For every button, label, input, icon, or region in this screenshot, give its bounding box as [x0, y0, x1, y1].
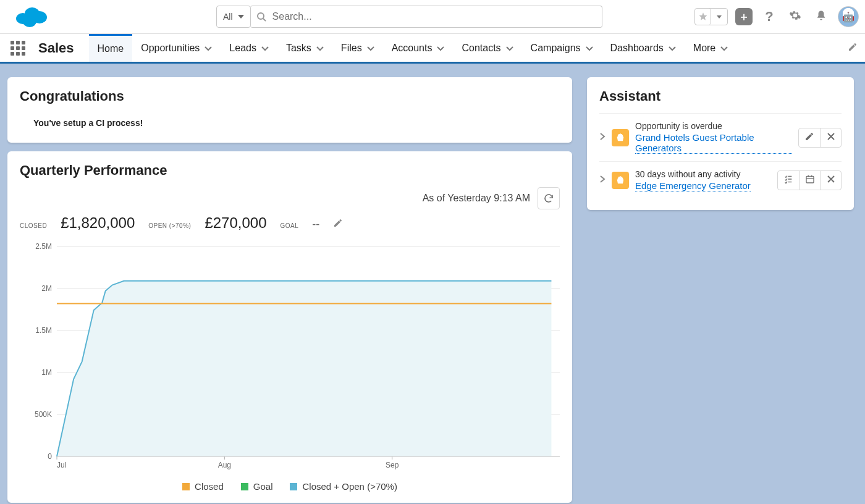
chevron-down-icon — [261, 43, 269, 54]
assistant-list: Opportunity is overdueGrand Hotels Guest… — [599, 113, 842, 199]
favorite-star-button[interactable] — [695, 9, 711, 25]
assistant-actions — [798, 128, 842, 148]
assistant-edit-button[interactable] — [799, 128, 820, 147]
global-add-button[interactable]: ＋ — [735, 8, 753, 25]
chevron-down-icon — [586, 43, 593, 54]
opportunity-icon — [612, 172, 629, 189]
legend-goal: Goal — [241, 481, 273, 492]
global-search[interactable] — [250, 6, 602, 28]
dismiss-icon — [827, 175, 835, 186]
setup-button[interactable] — [786, 7, 804, 26]
nav-tab-tasks[interactable]: Tasks — [277, 34, 332, 62]
nav-tab-campaigns[interactable]: Campaigns — [522, 34, 602, 62]
chevron-down-icon — [506, 43, 513, 54]
svg-text:500K: 500K — [35, 410, 52, 419]
svg-text:1M: 1M — [41, 368, 52, 377]
svg-rect-37 — [806, 176, 814, 183]
help-button[interactable]: ? — [760, 7, 778, 26]
congratulations-message: You've setup a CI process! — [33, 118, 560, 128]
gear-icon — [789, 9, 801, 24]
nav-tab-accounts[interactable]: Accounts — [383, 34, 454, 62]
nav-tab-label: Campaigns — [531, 43, 581, 54]
quarterly-chart: 0500K1M1.5M2M2.5MJulAugSep Closed Goal C… — [20, 240, 560, 492]
favorites-group — [694, 8, 728, 25]
svg-text:0: 0 — [48, 452, 52, 461]
nav-tab-files[interactable]: Files — [332, 34, 383, 62]
nav-tab-leads[interactable]: Leads — [221, 34, 277, 62]
nav-tabs: HomeOpportunitiesLeadsTasksFilesAccounts… — [89, 34, 737, 62]
assistant-card: Assistant Opportunity is overdueGrand Ho… — [587, 77, 854, 210]
nav-tab-label: Contacts — [462, 43, 500, 54]
assistant-link[interactable]: Edge Emergency Generator — [635, 180, 751, 191]
quarterly-title: Quarterly Performance — [20, 162, 560, 178]
chevron-down-icon — [367, 43, 374, 54]
nav-tab-label: Files — [341, 43, 362, 54]
assistant-task-button[interactable] — [778, 171, 799, 190]
refresh-button[interactable] — [538, 187, 560, 209]
svg-line-5 — [263, 19, 266, 21]
svg-point-4 — [258, 13, 264, 19]
assistant-item: Opportunity is overdueGrand Hotels Guest… — [599, 113, 842, 161]
app-navbar: Sales HomeOpportunitiesLeadsTasksFilesAc… — [0, 34, 865, 64]
nav-tab-opportunities[interactable]: Opportunities — [132, 34, 221, 62]
nav-tab-dashboards[interactable]: Dashboards — [602, 34, 685, 62]
favorite-dropdown-button[interactable] — [711, 9, 727, 25]
dismiss-icon — [827, 132, 835, 143]
chevron-down-icon — [437, 43, 444, 54]
svg-point-28 — [620, 133, 622, 135]
nav-tab-label: Dashboards — [610, 43, 664, 54]
assistant-reason: Opportunity is overdue — [635, 121, 792, 131]
bell-icon — [816, 9, 827, 24]
nav-tab-more[interactable]: More — [685, 34, 736, 62]
refresh-icon — [543, 193, 554, 204]
svg-text:Jul: Jul — [57, 461, 66, 469]
user-avatar[interactable]: 🤖 — [838, 6, 859, 27]
assistant-event-button[interactable] — [799, 171, 820, 190]
app-launcher-button[interactable] — [7, 38, 28, 59]
opportunity-icon — [612, 129, 629, 146]
chevron-down-icon — [720, 43, 728, 54]
chevron-down-icon — [316, 43, 324, 54]
nav-tab-label: Tasks — [286, 43, 311, 54]
task-icon — [783, 174, 793, 187]
salesforce-logo[interactable] — [14, 5, 48, 28]
assistant-link[interactable]: Grand Hotels Guest Portable Generators — [635, 132, 792, 154]
assistant-title: Assistant — [599, 88, 842, 104]
chevron-right-icon[interactable] — [599, 175, 606, 186]
as-of-text: As of Yesterday 9:13 AM — [423, 193, 530, 204]
chart-legend: Closed Goal Closed + Open (>70%) — [20, 481, 560, 492]
svg-point-3 — [23, 16, 36, 27]
open-value: £270,000 — [205, 214, 266, 232]
svg-text:1.5M: 1.5M — [35, 326, 52, 335]
nav-tab-label: Home — [98, 43, 124, 54]
global-header: All ＋ ? 🤖 — [0, 0, 865, 34]
svg-text:Aug: Aug — [218, 461, 231, 469]
edit-icon — [804, 132, 814, 144]
chart-svg: 0500K1M1.5M2M2.5MJulAugSep — [20, 240, 560, 475]
svg-text:2M: 2M — [41, 284, 52, 293]
assistant-actions — [777, 170, 842, 190]
goal-label: GOAL — [281, 220, 299, 230]
edit-goal-button[interactable] — [333, 218, 343, 230]
chevron-right-icon[interactable] — [599, 132, 606, 143]
assistant-reason: 30 days without any activity — [635, 169, 771, 179]
search-input[interactable] — [272, 11, 596, 22]
congratulations-card: Congratulations You've setup a CI proces… — [7, 77, 572, 143]
open-label: OPEN (>70%) — [148, 220, 191, 230]
nav-tab-label: Leads — [229, 43, 256, 54]
quarterly-performance-card: Quarterly Performance As of Yesterday 9:… — [7, 151, 572, 503]
search-scope-select[interactable]: All — [216, 6, 251, 28]
edit-nav-button[interactable] — [848, 42, 858, 54]
notifications-button[interactable] — [812, 7, 830, 26]
nav-tab-home[interactable]: Home — [89, 34, 133, 62]
closed-value: £1,820,000 — [61, 214, 135, 232]
goal-value: -- — [312, 218, 319, 231]
search-icon — [256, 12, 266, 22]
assistant-dismiss-button[interactable] — [820, 128, 841, 147]
nav-tab-contacts[interactable]: Contacts — [453, 34, 521, 62]
congratulations-title: Congratulations — [20, 88, 560, 104]
legend-closed: Closed — [182, 481, 224, 492]
question-icon: ? — [765, 9, 773, 25]
closed-label: CLOSED — [20, 220, 47, 230]
assistant-dismiss-button[interactable] — [820, 171, 841, 190]
